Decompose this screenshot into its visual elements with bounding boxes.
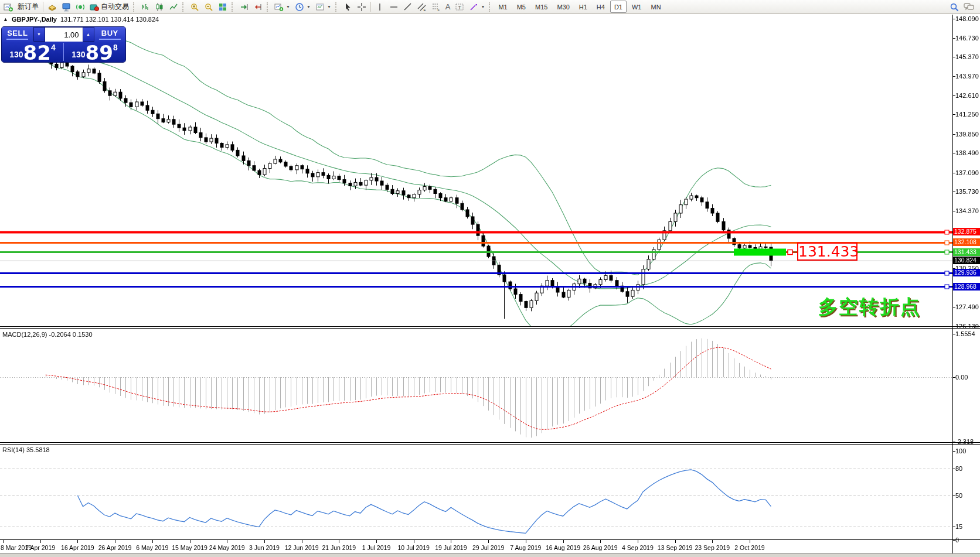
auto-scroll-button[interactable] [237, 0, 251, 13]
main-toolbar: 新订单 自动交易 [0, 0, 980, 14]
macd-label: MACD(12,26,9) -0.2064 0.1530 [2, 331, 93, 338]
templates-dropdown[interactable]: ▼ [313, 0, 334, 13]
tile-windows-button[interactable] [216, 0, 230, 13]
price-axis-label: 146.730 [955, 35, 979, 42]
candlestick-icon [155, 2, 164, 12]
macd-axis-label: -2.318 [955, 438, 974, 445]
rsi-value: 35.5818 [26, 446, 50, 453]
price-axis-label: 141.250 [955, 111, 979, 118]
search-icon[interactable] [950, 2, 959, 12]
level-price-badge: 132.875 [953, 228, 980, 235]
price-axis-label: 127.490 [955, 303, 979, 310]
price-axis-label: 148.090 [955, 15, 979, 22]
timeframe-m5[interactable]: M5 [513, 1, 530, 13]
book-icon [47, 2, 57, 12]
buy-button[interactable]: BUY [94, 27, 126, 42]
market-watch-button[interactable] [45, 0, 59, 13]
bar-chart-icon [141, 2, 150, 12]
buy-price-pips: 89 [86, 45, 113, 61]
indicators-dropdown[interactable]: ▼ [272, 0, 292, 13]
symbol-period-label: GBPJPY-,Daily [12, 16, 57, 23]
rsi-axis-label: 50 [955, 492, 962, 499]
price-axis-label: 142.610 [955, 92, 979, 99]
panel-collapse-icon[interactable]: ▲ [3, 16, 8, 22]
new-order-label: 新订单 [18, 2, 39, 12]
timeframe-h4[interactable]: H4 [593, 1, 609, 13]
ohlc-values: 131.771 132.101 130.414 130.824 [60, 16, 159, 23]
chart-canvas[interactable] [0, 0, 980, 557]
chart-title: ▲ GBPJPY-,Daily 131.771 132.101 130.414 … [3, 16, 159, 23]
candlestick-mode-button[interactable] [152, 0, 166, 13]
timeframe-m30[interactable]: M30 [553, 1, 573, 13]
bar-chart-mode-button[interactable] [138, 0, 152, 13]
buy-price[interactable]: 130 89 8 [64, 42, 125, 62]
vertical-line-tool[interactable] [373, 0, 387, 13]
webphone-icon [76, 2, 85, 12]
price-axis-label: 145.370 [955, 53, 979, 60]
rsi-label: RSI(14) 35.5818 [2, 446, 50, 453]
text-label-tool[interactable]: T [452, 0, 467, 13]
sell-button[interactable]: SELL [2, 27, 33, 42]
zoom-out-icon [204, 2, 213, 12]
sell-accent-bar [6, 39, 28, 40]
periods-dropdown[interactable]: ▼ [292, 0, 313, 13]
chat-icon[interactable] [964, 2, 974, 12]
clock-icon [295, 2, 304, 12]
shapes-dropdown[interactable]: ▼ [467, 0, 487, 13]
dropdown-caret: ▼ [307, 5, 311, 9]
volume-input[interactable]: 1.00 [45, 27, 83, 42]
volume-increase-button[interactable]: ▲ [83, 27, 94, 42]
sell-price-figure: 130 [9, 50, 23, 59]
text-tool[interactable]: A [443, 0, 453, 13]
level-price-badge: 131.433 [953, 248, 980, 256]
crosshair-tool-button[interactable] [355, 0, 369, 13]
rsi-axis-label: 80 [955, 465, 962, 472]
timeframe-m1[interactable]: M1 [494, 1, 511, 13]
price-axis-label: 138.490 [955, 149, 979, 156]
fibonacci-tool[interactable]: F [429, 0, 443, 13]
macd-values: -0.2064 0.1530 [49, 331, 92, 338]
svg-text:E: E [423, 8, 426, 11]
date-axis-label: 2 Oct 2019 [726, 544, 773, 551]
price-axis-label: 137.090 [955, 169, 979, 176]
annotation-cn-text[interactable]: 多空转折点 [818, 294, 921, 320]
text-tool-icon: A [445, 2, 451, 11]
terminal-button[interactable] [59, 0, 73, 13]
sell-price[interactable]: 130 82 4 [2, 42, 63, 62]
buy-accent-bar [99, 39, 121, 40]
autotrading-button[interactable]: 自动交易 [87, 0, 131, 13]
timeframe-mn[interactable]: MN [646, 1, 665, 13]
mt4-window: 新订单 自动交易 [0, 0, 980, 557]
dropdown-caret: ▼ [286, 5, 290, 9]
tile-windows-icon [218, 2, 227, 12]
line-chart-mode-button[interactable] [166, 0, 181, 13]
timeframe-m15[interactable]: M15 [531, 1, 552, 13]
svg-text:F: F [437, 8, 440, 12]
rsi-axis-label: 0 [955, 537, 959, 544]
buy-button-label: BUY [101, 29, 118, 37]
price-flag-131433[interactable]: 131.433 [797, 242, 858, 261]
webphone-button[interactable] [73, 0, 87, 13]
level-price-badge: 128.968 [953, 283, 980, 291]
cursor-tool-button[interactable] [341, 0, 355, 13]
chart-shift-button[interactable] [251, 0, 265, 13]
channel-icon: AE [417, 2, 427, 12]
level-price-badge: 130.824 [953, 257, 980, 264]
line-chart-icon [169, 2, 178, 12]
volume-decrease-button[interactable]: ▼ [33, 27, 45, 42]
sell-price-point: 4 [51, 43, 56, 52]
volume-control: ▼ 1.00 ▲ [33, 27, 94, 42]
new-chart-button[interactable] [1, 0, 15, 13]
timeframe-w1[interactable]: W1 [628, 1, 646, 13]
zoom-in-button[interactable] [188, 0, 202, 13]
trendline-tool[interactable] [401, 0, 415, 13]
buy-price-point: 8 [113, 43, 118, 52]
equidistant-channel-tool[interactable]: AE [415, 0, 429, 13]
timeframe-d1[interactable]: D1 [610, 1, 627, 13]
horizontal-line-tool[interactable] [387, 0, 401, 13]
new-order-button[interactable]: 新订单 [15, 0, 41, 13]
one-click-trading-panel: SELL ▼ 1.00 ▲ BUY 130 82 4 130 89 [2, 27, 125, 62]
zoom-out-button[interactable] [202, 0, 216, 13]
timeframe-h1[interactable]: H1 [575, 1, 591, 13]
arrows-icon [469, 2, 478, 12]
